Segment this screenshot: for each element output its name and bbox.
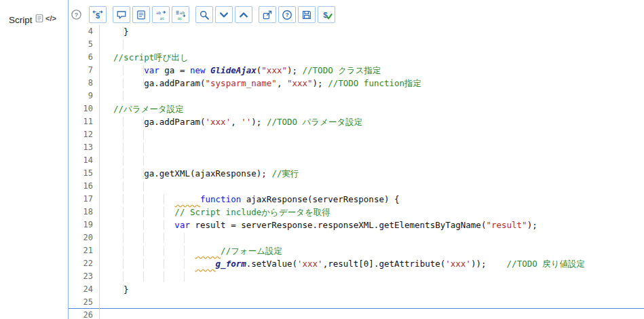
code-token: ); xyxy=(313,78,328,88)
line-number: 10 xyxy=(69,102,100,115)
line-number: 18 xyxy=(69,206,100,219)
code-token: var xyxy=(174,220,190,230)
code-line[interactable]: 10 //パラメータ設定 xyxy=(69,102,644,115)
code-token: //フォーム設定 xyxy=(221,246,282,256)
code-token xyxy=(195,259,215,269)
code-token: GlideAjax xyxy=(210,65,257,75)
code-line[interactable]: 8 ga.addParam("sysparm_name", "xxx"); //… xyxy=(69,77,644,90)
line-number: 20 xyxy=(69,231,100,244)
save-button[interactable] xyxy=(298,6,316,23)
code-line[interactable]: 21 //フォーム設定 xyxy=(69,244,644,257)
code-token: ); xyxy=(287,65,303,75)
code-line-text: } xyxy=(100,25,129,38)
code-line-text xyxy=(100,154,144,167)
code-toggle-icon[interactable]: </> xyxy=(44,14,58,23)
find-previous-button[interactable] xyxy=(235,6,252,23)
svg-text:?: ? xyxy=(74,12,78,18)
code-token: function xyxy=(200,194,241,204)
code-token: new xyxy=(190,65,206,75)
code-line[interactable]: 26 xyxy=(69,309,644,319)
comment-code-button[interactable] xyxy=(113,6,130,23)
code-token xyxy=(103,207,174,217)
line-number: 15 xyxy=(69,167,100,180)
code-line[interactable]: 5 xyxy=(69,38,644,51)
line-number: 13 xyxy=(69,141,100,154)
line-number: 14 xyxy=(69,154,100,167)
code-token: 'xxx' xyxy=(297,259,323,269)
line-number: 22 xyxy=(69,257,100,270)
code-line[interactable]: 6 //script呼び出し xyxy=(69,51,644,64)
toolbar-group: ? xyxy=(69,6,83,23)
code-token xyxy=(103,181,144,191)
field-label: Script xyxy=(9,15,33,25)
toolbar-group: ?$ xyxy=(259,6,335,23)
code-token: 'xxx' xyxy=(206,117,231,127)
svg-text:$: $ xyxy=(96,12,100,20)
code-line[interactable]: 13 xyxy=(69,141,644,154)
code-line-text: ga.addParam('xxx', ''); //TODO パラメータ設定 xyxy=(100,115,362,128)
code-token: var xyxy=(144,65,159,75)
line-number: 11 xyxy=(69,115,100,128)
code-token xyxy=(103,233,185,243)
toolbar-group: abacabac xyxy=(113,6,189,23)
code-line[interactable]: 9 xyxy=(69,90,644,102)
code-line[interactable]: 17 function ajaxResponse(serverResponse)… xyxy=(69,193,644,206)
code-line[interactable]: 25 xyxy=(69,296,644,309)
code-token: ga.addParam( xyxy=(144,117,205,127)
code-token: "xxx" xyxy=(261,65,287,75)
code-line[interactable]: 7 var ga = new GlideAjax("xxx"); //TODO … xyxy=(69,64,644,77)
code-token: '' xyxy=(241,117,251,127)
code-token: //TODO パラメータ設定 xyxy=(267,117,362,127)
code-token: //TODO function指定 xyxy=(328,78,421,88)
code-token: ajaxResponse(serverResponse) { xyxy=(241,194,399,204)
code-line-text: function ajaxResponse(serverResponse) { xyxy=(100,193,400,206)
code-line-text: //パラメータ設定 xyxy=(100,102,184,115)
code-token xyxy=(103,52,113,62)
code-token: , xyxy=(277,78,287,88)
code-line[interactable]: 22 g_form.setValue('xxx',result[0].getAt… xyxy=(69,257,644,270)
line-number: 7 xyxy=(69,64,100,77)
script-document-icon[interactable] xyxy=(35,14,44,23)
check-syntax-button[interactable]: $ xyxy=(318,6,335,23)
code-token: )); xyxy=(471,259,507,269)
code-line[interactable]: 15 ga.getXML(ajaxResponse); //実行 xyxy=(69,167,644,180)
svg-text:ab: ab xyxy=(180,10,185,15)
code-token: //TODO クラス指定 xyxy=(303,65,381,75)
context-help-button[interactable]: ? xyxy=(69,6,83,23)
code-line[interactable]: 23 xyxy=(69,270,644,283)
code-line[interactable]: 18 // Script includeからデータを取得 xyxy=(69,206,644,219)
field-label-icons: </> xyxy=(35,14,58,26)
code-line[interactable]: 12 xyxy=(69,128,644,141)
line-number: 16 xyxy=(69,180,100,193)
code-line[interactable]: 20 xyxy=(69,231,644,244)
code-token: ga.getXML(ajaxResponse); xyxy=(144,168,271,179)
code-token xyxy=(103,259,195,269)
code-token: //TODO 戻り値設定 xyxy=(507,259,585,269)
line-number: 4 xyxy=(69,25,100,38)
code-line-text: ga.addParam("sysparm_name", "xxx"); //TO… xyxy=(100,77,421,90)
help-button[interactable]: ? xyxy=(278,6,296,23)
code-token: ,result[0].getAttribute( xyxy=(323,259,446,269)
code-line-text: ga.getXML(ajaxResponse); //実行 xyxy=(100,167,299,180)
open-new-window-button[interactable] xyxy=(259,6,276,23)
replace-button[interactable]: abac xyxy=(152,6,170,23)
find-next-button[interactable] xyxy=(215,6,233,23)
code-token: } xyxy=(124,26,129,37)
svg-text:ac: ac xyxy=(160,15,166,20)
code-token xyxy=(103,246,195,256)
replace-all-button[interactable]: abac xyxy=(172,6,189,23)
code-line[interactable]: 24 } xyxy=(69,283,644,296)
code-line[interactable]: 16 xyxy=(69,180,644,193)
code-line[interactable]: 14 xyxy=(69,154,644,167)
search-button[interactable] xyxy=(195,6,213,23)
code-token: result = serverResponse.responseXML.getE… xyxy=(190,220,487,230)
code-line[interactable]: 11 ga.addParam('xxx', ''); //TODO パラメータ設… xyxy=(69,115,644,128)
code-line[interactable]: 4 } xyxy=(69,25,644,38)
line-number: 21 xyxy=(69,244,100,257)
format-code-button[interactable]: $ xyxy=(89,6,107,23)
code-line[interactable]: 19 var result = serverResponse.responseX… xyxy=(69,219,644,231)
line-number: 26 xyxy=(69,309,100,319)
code-token xyxy=(103,39,124,50)
code-line-text xyxy=(100,296,103,309)
document-format-button[interactable] xyxy=(132,6,150,23)
